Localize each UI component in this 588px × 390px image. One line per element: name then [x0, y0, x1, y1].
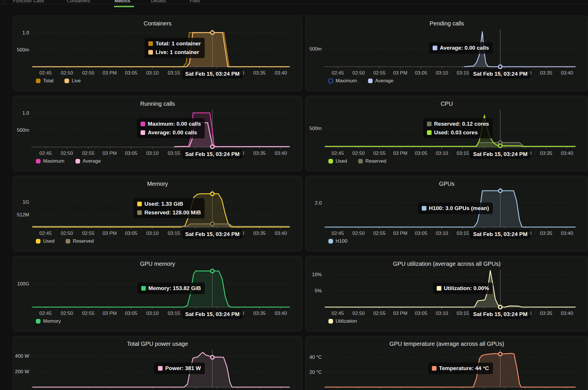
x-axis-label: 02:55 — [373, 151, 386, 156]
x-axis-label: 03:30 — [232, 151, 244, 156]
hover-marker-temperature — [499, 352, 502, 356]
chart-card-gpu-utilization-average-across-all-gpus: GPU utilization (average across all GPUs… — [306, 256, 588, 331]
series-line-utilization — [325, 270, 575, 307]
x-axis-label: 03:10 — [436, 70, 448, 76]
x-axis-label: 03:05 — [125, 231, 137, 236]
hover-marker-reserved — [211, 222, 214, 226]
x-axis-label: 02:45 — [332, 151, 344, 156]
chart-card-running-calls: Running calls1.0500m02:4502:5002:5503 PM… — [13, 96, 302, 171]
legend-swatch-total — [36, 79, 40, 83]
y-axis-label: 40 °C — [309, 354, 322, 360]
legend-label: Memory — [43, 318, 61, 324]
hover-marker-used — [211, 192, 214, 196]
legend-item-reserved[interactable]: Reserved — [66, 238, 94, 244]
chart-legend: MaximumAverage — [328, 78, 393, 84]
chart-plot-area[interactable]: 2.002:4502:5002:5503 PM03:0503:1003:1503… — [306, 176, 588, 252]
x-axis-label: 03:35 — [253, 151, 266, 156]
legend-item-average[interactable]: Average — [75, 158, 101, 164]
legend-item-live[interactable]: Live — [64, 78, 81, 84]
x-axis-label: 02:50 — [61, 231, 73, 236]
legend-swatch-utilization — [328, 319, 333, 324]
y-axis-label: 2.0 — [315, 200, 322, 206]
x-axis-label: 03:40 — [561, 231, 573, 236]
x-axis-label: 02:50 — [352, 70, 365, 76]
legend-item-used[interactable]: Used — [36, 238, 55, 244]
tab-metrics[interactable]: Metrics — [114, 0, 130, 3]
legend-swatch-average — [75, 159, 80, 164]
legend-item-reserved[interactable]: Reserved — [358, 158, 387, 164]
legend-label: Utilization — [336, 318, 357, 324]
x-axis-label: 03 PM — [103, 70, 117, 76]
chart-legend: Utilization — [328, 318, 357, 324]
legend-item-used[interactable]: Used — [328, 158, 347, 164]
x-axis-label: 03:20 — [478, 70, 490, 76]
series-line-power — [33, 352, 289, 387]
legend-item-maximum[interactable]: Maximum — [328, 78, 357, 84]
chart-card-gpu-memory: GPU memory100G02:4502:5002:5503 PM03:050… — [13, 256, 302, 331]
series-line-memory — [33, 271, 289, 307]
x-axis-label: 03:15 — [168, 151, 180, 156]
chart-card-pending-calls: Pending calls500m02:4502:5002:5503 PM03:… — [306, 16, 588, 91]
y-axis-label: 10% — [312, 272, 322, 277]
legend-item-total[interactable]: Total — [36, 78, 53, 84]
y-axis-label: 500m — [309, 126, 322, 131]
legend-label: Live — [72, 78, 81, 84]
y-axis-label: 100G — [17, 281, 29, 287]
hover-marker-average — [499, 65, 502, 68]
legend-item-average[interactable]: Average — [368, 78, 393, 84]
legend-item-utilization[interactable]: Utilization — [328, 318, 357, 324]
tab-function-calls[interactable]: Function Calls — [13, 0, 44, 3]
chart-legend: UsedReserved — [328, 158, 386, 164]
legend-label: Average — [83, 158, 101, 164]
chart-legend: TotalLive — [36, 78, 81, 84]
x-axis-label: 03:15 — [456, 151, 469, 156]
legend-item-memory[interactable]: Memory — [36, 318, 61, 324]
legend-label: Used — [336, 158, 347, 164]
legend-label: Used — [43, 238, 55, 244]
x-axis-label: 03:25 — [210, 231, 223, 236]
x-axis-label: 03:40 — [561, 311, 573, 316]
chart-legend: Memory — [36, 318, 61, 324]
legend-label: Reserved — [73, 238, 94, 244]
y-axis-label: 400 W — [15, 353, 29, 359]
tab-files[interactable]: Files — [190, 0, 200, 3]
chart-card-cpu: CPU500m02:4502:5002:5503 PM03:0503:1003:… — [306, 96, 588, 171]
x-axis-label: 02:50 — [61, 311, 73, 316]
chart-plot-area[interactable]: 40 °C20 °C02:4502:5002:5503 PM03:0503:10… — [306, 336, 588, 390]
x-axis-label: 03:25 — [210, 151, 223, 156]
x-axis-label: 03:20 — [478, 311, 490, 316]
tab-containers[interactable]: Containers — [67, 0, 90, 3]
legend-swatch-reserved — [358, 159, 363, 164]
legend-item-h100[interactable]: H100 — [328, 238, 347, 244]
x-axis-label: 03:20 — [189, 70, 201, 76]
x-axis-label: 03 PM — [393, 151, 407, 156]
y-axis-label: 500m — [17, 127, 29, 133]
legend-label: Maximum — [43, 158, 64, 164]
x-axis-label: 03:30 — [519, 311, 532, 316]
chart-legend: UsedReserved — [36, 238, 94, 244]
x-axis-label: 03:05 — [415, 70, 427, 76]
x-axis-label: 03:25 — [498, 311, 511, 316]
x-axis-label: 03:30 — [519, 151, 532, 156]
x-axis-label: 03:30 — [232, 311, 244, 316]
chart-plot-area[interactable]: 400 W200 W02:4502:5002:5503 PM03:0503:10… — [13, 336, 302, 390]
legend-item-maximum[interactable]: Maximum — [36, 158, 64, 164]
tab-bar: Function CallsContainersMetricsDetailsFi… — [0, 0, 588, 9]
x-axis-label: 03:25 — [498, 151, 511, 156]
legend-swatch-h100 — [328, 239, 333, 244]
tab-details[interactable]: Details — [151, 0, 166, 3]
x-axis-label: 03:15 — [456, 231, 469, 236]
x-axis-label: 03:30 — [232, 231, 244, 236]
x-axis-label: 03:40 — [561, 70, 573, 76]
x-axis-label: 03:15 — [456, 70, 469, 76]
legend-swatch-maximum — [36, 159, 40, 164]
x-axis-label: 03:10 — [436, 151, 448, 156]
x-axis-label: 03:20 — [189, 311, 201, 316]
chart-card-memory: Memory1G512M02:4502:5002:5503 PM03:0503:… — [13, 176, 302, 251]
legend-swatch-memory — [36, 319, 40, 324]
chart-card-total-gpu-power-usage: Total GPU power usage400 W200 W02:4502:5… — [13, 336, 302, 390]
x-axis-label: 02:55 — [373, 311, 386, 316]
x-axis-label: 03:25 — [498, 70, 511, 76]
series-line-h100 — [325, 191, 575, 227]
series-line-temperature — [325, 353, 575, 387]
